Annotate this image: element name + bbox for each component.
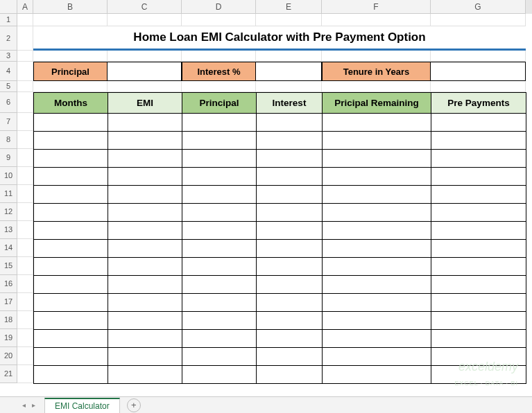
cell[interactable] <box>257 366 323 384</box>
row-header[interactable]: 14 <box>0 239 17 257</box>
cell[interactable] <box>431 150 526 168</box>
cell[interactable] <box>108 330 182 348</box>
cell[interactable] <box>257 240 323 258</box>
cell[interactable] <box>431 330 526 348</box>
col-header[interactable]: C <box>108 0 182 14</box>
cell[interactable] <box>431 366 526 384</box>
cell[interactable] <box>257 114 323 132</box>
row-header[interactable]: 20 <box>0 347 17 365</box>
cell[interactable] <box>182 294 257 312</box>
cell[interactable] <box>34 168 108 186</box>
cell[interactable] <box>431 114 526 132</box>
cell[interactable] <box>108 312 182 330</box>
cell[interactable] <box>108 366 182 384</box>
cell[interactable] <box>323 312 431 330</box>
cell[interactable] <box>257 294 323 312</box>
cell[interactable] <box>182 240 257 258</box>
cell[interactable] <box>257 150 323 168</box>
cell[interactable] <box>34 114 108 132</box>
cell[interactable] <box>182 114 257 132</box>
cell[interactable] <box>34 312 108 330</box>
col-header[interactable]: D <box>182 0 256 14</box>
cell[interactable] <box>431 222 526 240</box>
cell[interactable] <box>323 258 431 276</box>
cell[interactable] <box>431 132 526 150</box>
col-header[interactable]: G <box>431 0 526 14</box>
cell[interactable] <box>34 348 108 366</box>
cell[interactable] <box>431 258 526 276</box>
cell[interactable] <box>431 240 526 258</box>
row-header[interactable]: 3 <box>0 51 17 62</box>
row-header[interactable]: 12 <box>0 203 17 221</box>
tab-next-icon[interactable]: ▸ <box>29 401 37 410</box>
cell[interactable] <box>108 240 182 258</box>
sheet-tab-active[interactable]: EMI Calculator <box>44 398 120 413</box>
cell[interactable] <box>34 186 108 204</box>
cell[interactable] <box>431 348 526 366</box>
row-header[interactable]: 6 <box>0 92 17 113</box>
cell[interactable] <box>323 150 431 168</box>
row-header[interactable]: 15 <box>0 257 17 275</box>
cell[interactable] <box>323 132 431 150</box>
cell[interactable] <box>257 132 323 150</box>
row-header[interactable]: 1 <box>0 14 17 26</box>
row-header[interactable]: 18 <box>0 311 17 329</box>
cell[interactable] <box>34 276 108 294</box>
cell[interactable] <box>431 204 526 222</box>
cell[interactable] <box>182 168 257 186</box>
add-sheet-button[interactable]: + <box>127 398 141 412</box>
row-header[interactable]: 8 <box>0 131 17 149</box>
col-header[interactable]: B <box>33 0 108 14</box>
cell[interactable] <box>323 348 431 366</box>
row-header[interactable]: 4 <box>0 62 17 81</box>
cell[interactable] <box>431 276 526 294</box>
cell[interactable] <box>34 294 108 312</box>
cell[interactable] <box>108 294 182 312</box>
cell[interactable] <box>431 294 526 312</box>
cell[interactable] <box>182 258 257 276</box>
cell[interactable] <box>34 204 108 222</box>
cell[interactable] <box>182 312 257 330</box>
row-header[interactable]: 9 <box>0 149 17 167</box>
tab-prev-icon[interactable]: ◂ <box>19 401 28 410</box>
cell[interactable] <box>182 348 257 366</box>
cell[interactable] <box>108 348 182 366</box>
cell[interactable] <box>182 276 257 294</box>
row-header[interactable]: 11 <box>0 185 17 203</box>
cell[interactable] <box>34 330 108 348</box>
cell[interactable] <box>323 204 431 222</box>
row-header[interactable]: 17 <box>0 293 17 311</box>
cell[interactable] <box>34 132 108 150</box>
cell[interactable] <box>323 186 431 204</box>
cell[interactable] <box>182 186 257 204</box>
cell[interactable] <box>323 168 431 186</box>
cell[interactable] <box>34 240 108 258</box>
col-header[interactable]: F <box>322 0 431 14</box>
cell[interactable] <box>182 132 257 150</box>
row-header[interactable]: 2 <box>0 26 17 51</box>
cell[interactable] <box>108 204 182 222</box>
cell[interactable] <box>323 114 431 132</box>
cell[interactable] <box>323 330 431 348</box>
col-header[interactable]: E <box>256 0 322 14</box>
cell[interactable] <box>34 222 108 240</box>
tenure-input[interactable] <box>431 62 526 81</box>
principal-input[interactable] <box>108 62 182 81</box>
cell[interactable] <box>182 366 257 384</box>
row-header[interactable]: 21 <box>0 365 17 383</box>
cell[interactable] <box>108 276 182 294</box>
cell[interactable] <box>108 114 182 132</box>
cell[interactable] <box>431 312 526 330</box>
row-header[interactable]: 13 <box>0 221 17 239</box>
row-header[interactable]: 7 <box>0 113 17 131</box>
cell[interactable] <box>257 348 323 366</box>
cell[interactable] <box>182 204 257 222</box>
row-header[interactable]: 16 <box>0 275 17 293</box>
cell[interactable] <box>108 132 182 150</box>
cell[interactable] <box>431 168 526 186</box>
cell[interactable] <box>257 204 323 222</box>
cell[interactable] <box>431 186 526 204</box>
cell[interactable] <box>108 258 182 276</box>
cell[interactable] <box>323 240 431 258</box>
cell[interactable] <box>34 150 108 168</box>
